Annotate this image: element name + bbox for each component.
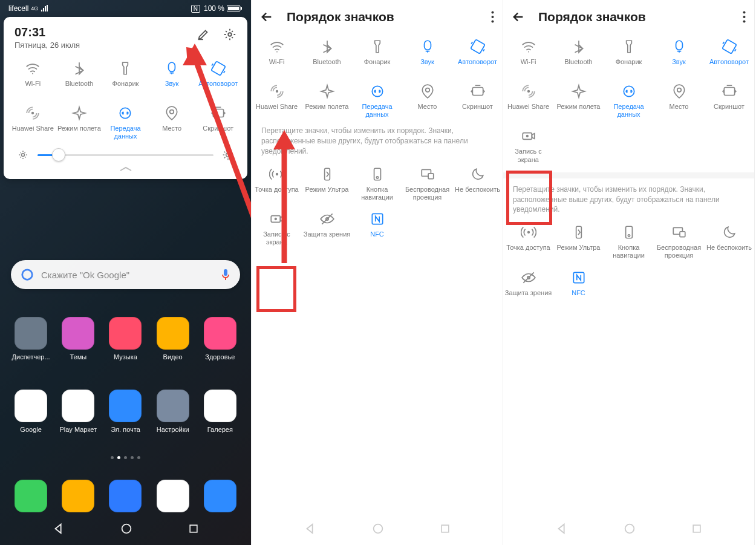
wifi-icon — [269, 39, 285, 54]
app-Play Маркет[interactable]: Play Маркет — [57, 390, 99, 433]
toggle-wifi[interactable]: Wi-Fi — [503, 34, 553, 79]
app-Здоровье[interactable]: Здоровье — [199, 317, 241, 361]
toggle-torch[interactable]: Фонарик — [352, 34, 402, 79]
loc-icon — [420, 83, 435, 99]
more-icon[interactable] — [491, 11, 494, 23]
toggle-bt[interactable]: Bluetooth — [553, 34, 604, 79]
data-icon — [117, 105, 133, 121]
toggle-label: Режим полета — [556, 103, 600, 119]
toggle-hshare[interactable]: Huawei Share — [252, 79, 302, 123]
app-label: Видео — [163, 353, 183, 361]
app-Диспетчер...[interactable]: Диспетчер... — [10, 317, 52, 361]
svg-point-10 — [22, 270, 33, 280]
app-undefined[interactable] — [57, 480, 99, 512]
toggle-cast[interactable]: Беспроводная проекция — [654, 220, 704, 264]
app-Видео[interactable]: Видео — [152, 317, 194, 361]
toggle-plane[interactable]: Режим полета — [302, 79, 352, 123]
toggle-hotspot[interactable]: Точка доступа — [503, 220, 553, 264]
app-Эл. почта[interactable]: Эл. почта — [104, 390, 146, 433]
svg-rect-28 — [428, 174, 434, 179]
toggle-nfc[interactable]: NFC — [352, 206, 402, 251]
toggle-rotate[interactable]: Автоповорот — [704, 34, 754, 79]
toggle-sound[interactable]: Звук — [654, 34, 704, 79]
toggle-label: Автоповорот — [709, 58, 749, 74]
app-Темы[interactable]: Темы — [57, 317, 99, 361]
toggle-torch[interactable]: Фонарик — [604, 34, 654, 79]
gear-icon[interactable] — [223, 28, 236, 41]
data-icon — [370, 83, 385, 99]
toggle-shot[interactable]: Скриншот — [704, 79, 754, 123]
svg-point-6 — [170, 110, 174, 114]
nav-back-icon[interactable] — [555, 522, 569, 535]
toggle-data[interactable]: Передача данных — [604, 79, 654, 123]
app-undefined[interactable] — [152, 480, 194, 512]
highlight-record-before — [256, 266, 296, 312]
toggle-plane[interactable]: Режим полета — [553, 79, 604, 123]
toggle-navbtn[interactable]: Кнопка навигации — [352, 162, 402, 206]
svg-rect-13 — [190, 525, 197, 532]
toggle-hshare[interactable]: Huawei Share — [10, 100, 56, 145]
shot-icon — [722, 83, 737, 99]
carrier-label: lifecell — [8, 4, 28, 13]
toggle-dnd[interactable]: Не беспокоить — [704, 220, 754, 264]
back-icon[interactable] — [260, 10, 273, 24]
toggle-bt[interactable]: Bluetooth — [302, 34, 352, 79]
toggle-plane[interactable]: Режим полета — [56, 100, 103, 145]
toggle-data[interactable]: Передача данных — [352, 79, 402, 123]
app-label: Здоровье — [205, 353, 235, 361]
app-label: Галерея — [207, 426, 233, 433]
toggle-sound[interactable]: Звук — [402, 34, 452, 79]
edit-icon[interactable] — [197, 28, 210, 41]
nav-home-icon[interactable] — [371, 522, 385, 535]
app-Google[interactable]: Google — [10, 390, 52, 433]
toggle-rec[interactable]: Запись с экрана — [503, 123, 553, 168]
app-Музыка[interactable]: Музыка — [104, 317, 146, 361]
toggle-eye[interactable]: Защита зрения — [302, 206, 352, 251]
toggle-ultra[interactable]: Режим Ультра — [302, 162, 352, 206]
toggle-label: Защита зрения — [304, 230, 351, 246]
toggle-wifi[interactable]: Wi-Fi — [10, 56, 56, 100]
rec-icon — [521, 128, 536, 144]
app-undefined[interactable] — [10, 480, 52, 512]
toggle-label: Wi-Fi — [269, 58, 285, 74]
toggle-cast[interactable]: Беспроводная проекция — [402, 162, 452, 206]
shade-date: Пятница, 26 июля — [15, 41, 80, 50]
toggle-label: Защита зрения — [505, 289, 552, 305]
toggle-loc[interactable]: Место — [402, 79, 452, 123]
nav-recent-icon[interactable] — [691, 523, 703, 535]
toggle-rotate[interactable]: Автоповорот — [452, 34, 503, 79]
toggle-hshare[interactable]: Huawei Share — [503, 79, 553, 123]
app-undefined[interactable] — [199, 480, 241, 512]
toggle-bt[interactable]: Bluetooth — [56, 56, 103, 100]
nav-back-icon[interactable] — [304, 522, 317, 535]
toggle-loc[interactable]: Место — [654, 79, 704, 123]
toggle-shot[interactable]: Скриншот — [452, 79, 503, 123]
battery-pct: 100 % — [204, 4, 224, 13]
app-label: Эл. почта — [111, 426, 140, 433]
toggle-navbtn[interactable]: Кнопка навигации — [604, 220, 654, 264]
toggle-wifi[interactable]: Wi-Fi — [252, 34, 302, 79]
nav-home-icon[interactable] — [623, 522, 636, 535]
toggle-label: Скриншот — [714, 103, 745, 119]
wifi-icon — [521, 39, 536, 54]
toggle-nfc[interactable]: NFC — [553, 265, 604, 310]
nav-recent-icon[interactable] — [439, 523, 451, 535]
toggle-ultra[interactable]: Режим Ультра — [553, 220, 604, 264]
app-Настройки[interactable]: Настройки — [152, 390, 194, 433]
app-Галерея[interactable]: Галерея — [199, 390, 241, 433]
nav-back-icon[interactable] — [52, 522, 65, 535]
back-icon[interactable] — [512, 10, 525, 24]
svg-point-4 — [31, 112, 34, 114]
toggle-data[interactable]: Передача данных — [102, 100, 149, 145]
toggle-dnd[interactable]: Не беспокоить — [452, 162, 503, 206]
app-undefined[interactable] — [104, 480, 146, 512]
toggle-torch[interactable]: Фонарик — [102, 56, 149, 100]
toggle-label: Фонарик — [364, 58, 391, 74]
toggle-label: NFC — [572, 289, 585, 305]
toggle-eye[interactable]: Защита зрения — [503, 265, 553, 310]
nav-recent-icon[interactable] — [187, 523, 200, 535]
more-icon[interactable] — [743, 11, 746, 23]
nav-home-icon[interactable] — [120, 522, 133, 535]
toggle-label: Wi-Fi — [25, 80, 41, 96]
toggle-label: Huawei Share — [256, 103, 298, 119]
